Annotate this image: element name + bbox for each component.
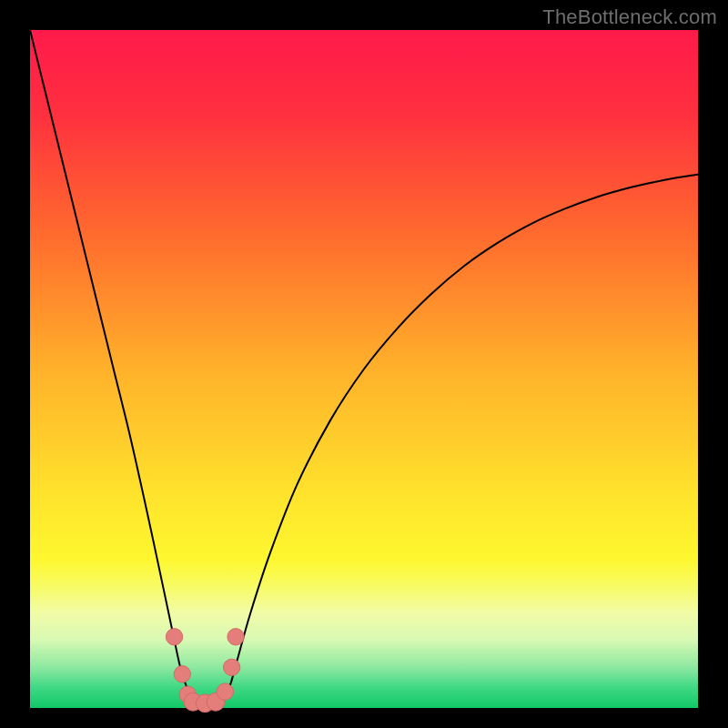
watermark-text: TheBottleneck.com bbox=[542, 5, 717, 29]
chart-stage: TheBottleneck.com bbox=[0, 0, 728, 728]
curve-marker bbox=[166, 629, 182, 645]
curve-marker bbox=[174, 666, 190, 682]
chart-svg bbox=[0, 0, 728, 728]
curve-marker bbox=[228, 629, 244, 645]
curve-marker bbox=[217, 683, 233, 700]
curve-marker bbox=[223, 659, 239, 675]
